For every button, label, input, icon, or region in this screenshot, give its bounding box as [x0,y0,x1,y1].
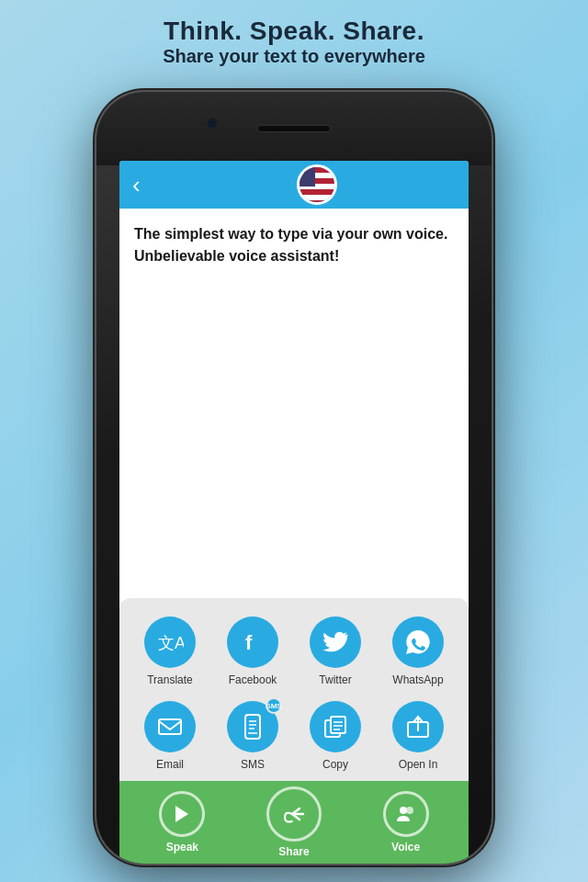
share-item-email[interactable]: Email [133,701,207,771]
whatsapp-label: WhatsApp [392,673,443,686]
language-flag[interactable] [297,164,337,205]
bottom-bar: Speak Share Voice [119,781,469,864]
bottom-item-voice[interactable]: Voice [383,791,429,854]
share-row-2: Email SMS SMS [129,701,459,771]
share-label-main: Share [278,845,309,858]
main-text: The simplest way to type via your own vo… [134,223,454,267]
share-item-openin[interactable]: Open In [381,701,455,771]
share-panel: 文A Translate f Facebook [119,598,469,786]
svg-point-18 [406,807,413,814]
whatsapp-icon [392,616,444,668]
voice-label: Voice [391,841,420,854]
svg-text:文A: 文A [158,634,184,652]
bottom-item-share[interactable]: Share [266,786,322,858]
headline2: Share your text to everywhere [18,46,570,67]
email-icon [144,701,196,752]
phone-screen: ‹ The simplest way to type via your own … [119,161,469,786]
share-item-whatsapp[interactable]: WhatsApp [381,616,455,686]
us-flag [300,167,334,202]
twitter-label: Twitter [319,673,351,686]
phone-shell: ‹ The simplest way to type via your own … [96,92,492,864]
share-icon-main [266,786,322,842]
headline1: Think. Speak. Share. [18,17,570,46]
facebook-icon: f [227,616,278,668]
openin-label: Open In [399,758,438,771]
phone-speaker [257,125,331,132]
phone-top-bezel [96,92,492,165]
svg-text:f: f [245,631,253,654]
share-item-translate[interactable]: 文A Translate [133,616,207,686]
sms-icon: SMS [227,701,278,752]
share-row-1: 文A Translate f Facebook [129,616,459,686]
speak-icon [159,791,205,837]
share-item-facebook[interactable]: f Facebook [216,616,289,686]
top-headline-area: Think. Speak. Share. Share your text to … [0,0,588,78]
email-label: Email [156,758,184,771]
svg-point-17 [400,807,407,814]
translate-label: Translate [147,673,193,686]
copy-label: Copy [322,758,348,771]
twitter-icon [310,616,361,668]
svg-rect-3 [245,715,260,739]
sms-label: SMS [241,758,265,771]
copy-icon [310,701,361,752]
share-item-copy[interactable]: Copy [299,701,372,771]
share-item-twitter[interactable]: Twitter [299,616,372,686]
translate-icon: 文A [144,616,196,668]
svg-marker-15 [175,806,188,822]
text-area: The simplest way to type via your own vo… [119,209,469,598]
back-button[interactable]: ‹ [132,173,141,197]
share-item-sms[interactable]: SMS SMS [216,701,289,771]
openin-icon [392,701,444,752]
speak-label: Speak [166,841,198,854]
svg-rect-9 [331,717,345,733]
voice-icon [383,791,429,837]
nav-bar: ‹ [119,161,469,209]
svg-rect-2 [159,719,181,734]
phone-camera [207,118,218,129]
bottom-item-speak[interactable]: Speak [159,791,205,854]
facebook-label: Facebook [229,673,277,686]
